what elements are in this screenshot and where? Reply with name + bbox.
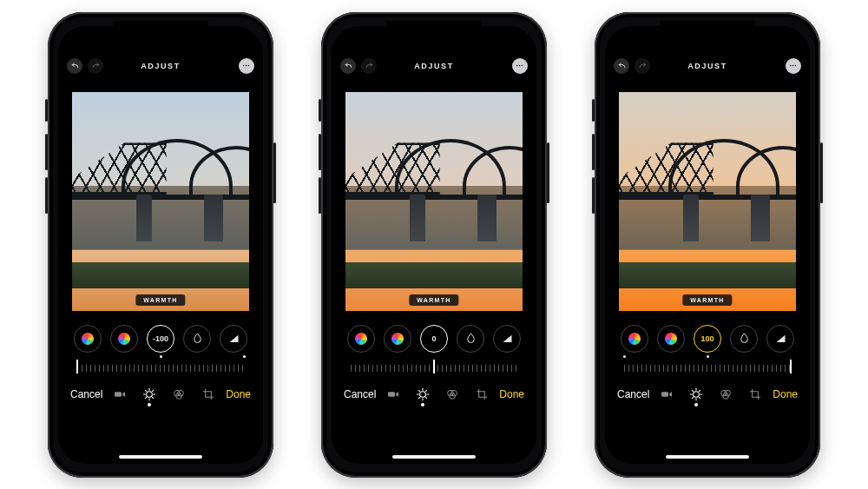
editor-header: ADJUST: [332, 56, 536, 76]
parameter-badge: WARMTH: [682, 294, 732, 306]
redo-button[interactable]: [635, 58, 650, 74]
mode-tab-adjust[interactable]: [689, 387, 703, 401]
adjust-knob-sharpness[interactable]: [220, 325, 247, 353]
adjust-knob-warmth[interactable]: -100: [147, 325, 174, 353]
editor-footer: CancelDone: [58, 387, 263, 406]
more-button[interactable]: [512, 58, 528, 74]
video-icon: [660, 387, 674, 401]
comparison-stage: ADJUSTWARMTH-100CancelDoneADJUSTWARMTH0C…: [0, 0, 868, 489]
triangle-icon: [227, 332, 240, 345]
photo-preview[interactable]: WARMTH: [72, 92, 249, 313]
done-button[interactable]: Done: [773, 388, 798, 400]
slider-marker: [790, 360, 792, 373]
adjust-knob-sharpness[interactable]: [766, 325, 794, 353]
photo-preview[interactable]: WARMTH: [345, 92, 523, 313]
home-indicator[interactable]: [392, 455, 476, 459]
phone-frame: ADJUSTWARMTH-100CancelDone: [48, 12, 273, 478]
redo-button[interactable]: [88, 58, 103, 74]
mode-tab-video[interactable]: [386, 387, 400, 401]
cancel-button[interactable]: Cancel: [344, 388, 376, 400]
mode-tab-adjust[interactable]: [142, 387, 156, 401]
mode-tab-video[interactable]: [113, 387, 127, 401]
adjust-knob-tint[interactable]: [183, 325, 211, 353]
rainbow-icon: [355, 333, 367, 345]
home-indicator[interactable]: [666, 455, 749, 459]
editor-footer: CancelDone: [332, 387, 536, 406]
mode-tab-video[interactable]: [660, 387, 674, 401]
drop-icon: [464, 332, 477, 345]
filters-icon: [719, 387, 733, 401]
photo-preview[interactable]: WARMTH: [619, 92, 796, 313]
volume-button: [592, 134, 595, 170]
adjust-knob-saturation[interactable]: [657, 325, 685, 353]
adjust-knob-row: -100: [58, 325, 263, 353]
mode-tab-filters[interactable]: [172, 387, 186, 401]
crop-icon: [201, 387, 215, 401]
rainbow-icon: [665, 333, 677, 345]
header-title: ADJUST: [687, 62, 727, 70]
editor-header: ADJUST: [605, 56, 810, 76]
mode-tabs: [660, 387, 762, 401]
warmth-value: -100: [153, 334, 168, 343]
filters-icon: [172, 387, 186, 401]
mode-tab-crop[interactable]: [201, 387, 215, 401]
home-indicator[interactable]: [119, 455, 202, 459]
adjust-icon: [416, 387, 430, 401]
undo-button[interactable]: [67, 58, 82, 74]
adjust-knob-saturation[interactable]: [384, 325, 411, 353]
adjust-knob-tint[interactable]: [730, 325, 758, 353]
done-button[interactable]: Done: [499, 388, 524, 400]
mode-tabs: [386, 387, 489, 401]
volume-button: [319, 99, 321, 122]
more-button[interactable]: [239, 58, 254, 74]
value-slider[interactable]: [351, 360, 517, 375]
adjust-knob-saturation[interactable]: [110, 325, 138, 353]
more-button[interactable]: [786, 58, 801, 74]
mode-tab-filters[interactable]: [719, 387, 733, 401]
filters-icon: [445, 387, 459, 401]
volume-button: [592, 99, 595, 122]
cancel-button[interactable]: Cancel: [70, 388, 102, 400]
header-title: ADJUST: [141, 62, 181, 70]
mode-tab-filters[interactable]: [445, 387, 459, 401]
adjust-knob-warmth[interactable]: 100: [694, 325, 721, 353]
rainbow-icon: [628, 333, 641, 345]
side-button: [820, 142, 823, 203]
video-icon: [386, 387, 400, 401]
adjust-icon: [689, 387, 703, 401]
value-slider[interactable]: [624, 360, 791, 375]
cancel-button[interactable]: Cancel: [617, 388, 649, 400]
side-button: [547, 142, 549, 203]
mode-tab-crop[interactable]: [748, 387, 762, 401]
phone-frame: ADJUSTWARMTH100CancelDone: [595, 12, 820, 478]
value-slider[interactable]: [77, 360, 244, 375]
adjust-knob-vibrance[interactable]: [74, 325, 102, 353]
rainbow-icon: [82, 333, 94, 345]
warmth-value: 100: [700, 334, 713, 343]
adjust-knob-sharpness[interactable]: [493, 325, 521, 353]
rainbow-icon: [118, 333, 130, 345]
parameter-badge: WARMTH: [409, 294, 458, 306]
mode-tab-adjust[interactable]: [416, 387, 430, 401]
editor-header: ADJUST: [58, 56, 263, 76]
adjust-knob-tint[interactable]: [457, 325, 484, 353]
done-button[interactable]: Done: [226, 388, 251, 400]
crop-icon: [748, 387, 762, 401]
crop-icon: [475, 387, 489, 401]
mode-tab-crop[interactable]: [475, 387, 489, 401]
drop-icon: [738, 332, 751, 345]
adjust-knob-vibrance[interactable]: [621, 325, 648, 353]
slider-marker: [76, 360, 78, 373]
redo-button[interactable]: [361, 58, 377, 74]
triangle-icon: [774, 332, 787, 345]
undo-button[interactable]: [340, 58, 356, 74]
header-title: ADJUST: [414, 62, 454, 70]
adjust-knob-vibrance[interactable]: [347, 325, 375, 353]
screen: ADJUSTWARMTH0CancelDone: [332, 26, 536, 464]
phone-frame: ADJUSTWARMTH0CancelDone: [321, 12, 547, 478]
screen: ADJUSTWARMTH-100CancelDone: [58, 26, 263, 464]
adjust-knob-warmth[interactable]: 0: [420, 325, 448, 353]
undo-button[interactable]: [614, 58, 629, 74]
volume-button: [45, 134, 48, 170]
editor-footer: CancelDone: [605, 387, 810, 406]
